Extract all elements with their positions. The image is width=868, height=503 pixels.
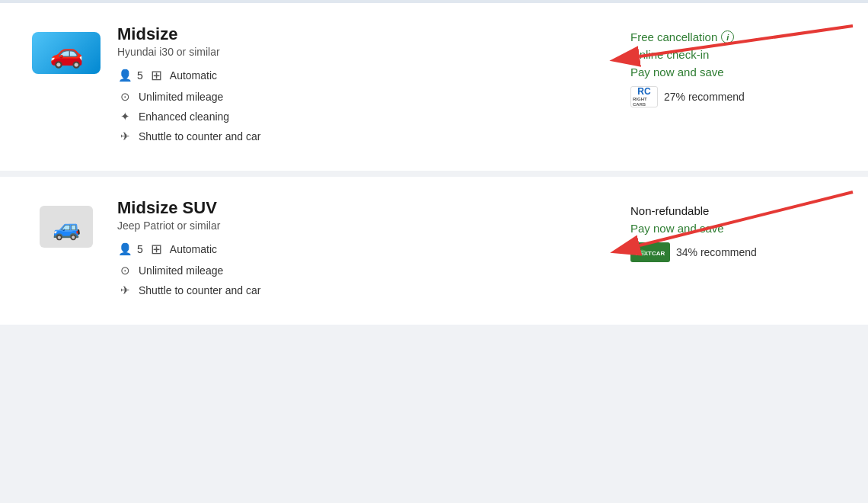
recommend-text-midsize: 27% recommend xyxy=(664,91,745,103)
feature-mileage-midsize: ⊙ Unlimited mileage xyxy=(117,90,600,104)
badge-free-cancellation[interactable]: Free cancellation i xyxy=(630,30,844,43)
car-subtitle-suv: Jeep Patriot or similar xyxy=(117,219,600,232)
shuttle-icon-suv: ✈ xyxy=(117,284,132,297)
badge-non-refundable: Non-refundable xyxy=(630,204,844,217)
badge-online-checkin-text: Online check-in xyxy=(630,48,709,61)
feature-shuttle-midsize: ✈ Shuttle to counter and car xyxy=(117,130,600,143)
card-midsize: Midsize Hyundai i30 or similar 👤 5 ⊞ Aut… xyxy=(0,3,868,171)
speedometer-icon-midsize: ⊙ xyxy=(117,90,132,104)
badge-pay-now-2: Pay now and save xyxy=(630,222,844,235)
transmission-suv: Automatic xyxy=(170,243,217,255)
recommend-row-suv: NEXTCAR 34% recommend xyxy=(630,242,844,262)
separator-suv: ⊞ xyxy=(151,241,162,258)
card-left-suv: Midsize SUV Jeep Patriot or similar 👤 5 … xyxy=(108,198,600,303)
specs-row-midsize: 👤 5 ⊞ Automatic xyxy=(117,67,600,84)
feature-mileage-text-suv: Unlimited mileage xyxy=(139,264,223,277)
speedometer-icon-suv: ⊙ xyxy=(117,264,132,277)
car-visual-suv xyxy=(40,206,93,248)
badge-pay-now-1: Pay now and save xyxy=(630,66,844,78)
badge-online-checkin: Online check-in xyxy=(630,48,844,61)
car-subtitle-midsize: Hyundai i30 or similar xyxy=(117,46,600,58)
nextcar-svg: NEXTCAR xyxy=(633,245,667,260)
badge-non-refundable-text: Non-refundable xyxy=(630,204,709,217)
seats-suv: 5 xyxy=(137,243,143,255)
card-left-midsize: Midsize Hyundai i30 or similar 👤 5 ⊞ Aut… xyxy=(108,24,600,149)
card-right-suv: Non-refundable Pay now and save NEXTCAR … xyxy=(600,198,844,262)
separator-midsize: ⊞ xyxy=(151,67,162,84)
seats-midsize: 5 xyxy=(137,69,143,82)
transmission-midsize: Automatic xyxy=(170,69,217,82)
vendor-logo-rc: RC RIGHT CARS xyxy=(630,86,658,107)
sparkle-icon-midsize: ✦ xyxy=(117,110,132,123)
badge-pay-now-1-text: Pay now and save xyxy=(630,66,724,78)
feature-shuttle-text-suv: Shuttle to counter and car xyxy=(139,284,260,296)
person-icon-suv: 👤 xyxy=(117,242,132,256)
feature-shuttle-suv: ✈ Shuttle to counter and car xyxy=(117,284,600,297)
feature-mileage-suv: ⊙ Unlimited mileage xyxy=(117,264,600,277)
feature-cleaning-text-midsize: Enhanced cleaning xyxy=(139,111,229,123)
card-midsize-suv: Midsize SUV Jeep Patriot or similar 👤 5 … xyxy=(0,177,868,325)
car-title-suv: Midsize SUV xyxy=(117,198,600,218)
specs-row-suv: 👤 5 ⊞ Automatic xyxy=(117,241,600,258)
feature-cleaning-midsize: ✦ Enhanced cleaning xyxy=(117,110,600,123)
divider xyxy=(0,171,868,177)
car-image-midsize xyxy=(24,32,108,74)
shuttle-icon-midsize: ✈ xyxy=(117,130,132,143)
car-visual-midsize xyxy=(32,32,101,74)
car-title-midsize: Midsize xyxy=(117,24,600,44)
recommend-text-suv: 34% recommend xyxy=(676,246,757,258)
person-icon-midsize: 👤 xyxy=(117,69,132,82)
badge-pay-now-2-text: Pay now and save xyxy=(630,222,724,235)
feature-shuttle-text-midsize: Shuttle to counter and car xyxy=(139,130,260,143)
info-icon-cancellation[interactable]: i xyxy=(721,30,734,43)
feature-mileage-text-midsize: Unlimited mileage xyxy=(139,91,223,103)
vendor-logo-nextcar: NEXTCAR xyxy=(630,242,670,262)
badge-free-cancellation-text: Free cancellation xyxy=(630,30,717,43)
recommend-row-midsize: RC RIGHT CARS 27% recommend xyxy=(630,86,844,107)
page-container: Midsize Hyundai i30 or similar 👤 5 ⊞ Aut… xyxy=(0,0,868,325)
card-right-midsize: Free cancellation i Online check-in Pay … xyxy=(600,24,844,107)
car-image-suv xyxy=(24,206,108,248)
